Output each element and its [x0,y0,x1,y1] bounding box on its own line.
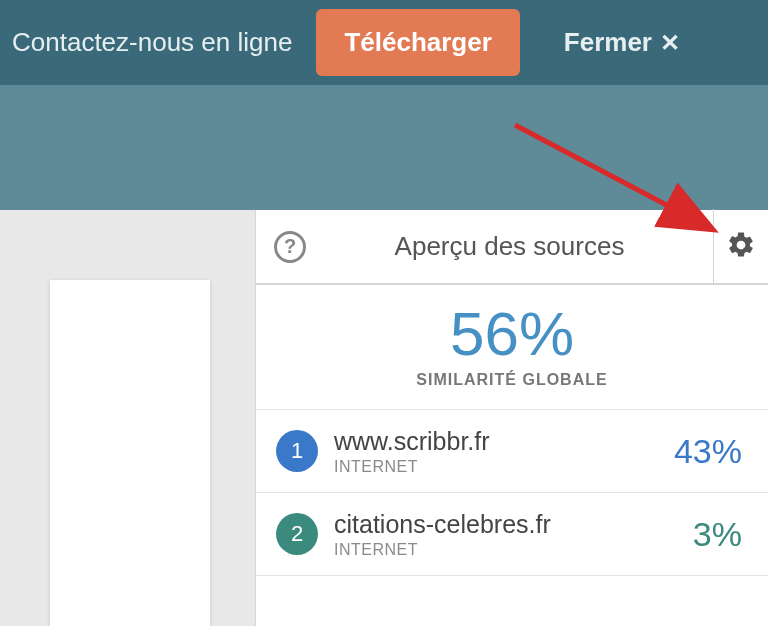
source-domain: citations-celebres.fr [334,509,677,539]
overall-similarity: 56% SIMILARITÉ GLOBALE [256,285,768,410]
similarity-percentage: 56% [256,303,768,365]
sources-title: Aperçu des sources [306,231,713,262]
settings-button[interactable] [713,209,768,284]
contact-link[interactable]: Contactez-nous en ligne [12,27,292,58]
download-button[interactable]: Télécharger [316,9,519,76]
source-type: INTERNET [334,541,677,559]
help-icon[interactable]: ? [274,231,306,263]
source-row[interactable]: 2citations-celebres.frINTERNET3% [256,493,768,576]
source-row[interactable]: 1www.scribbr.frINTERNET43% [256,410,768,493]
document-preview[interactable] [50,280,210,626]
sources-header: ? Aperçu des sources [256,210,768,285]
close-icon: ✕ [660,29,680,57]
sources-panel: ? Aperçu des sources 56% SIMILARITÉ GLOB… [255,210,768,626]
close-label: Fermer [564,27,652,58]
source-type: INTERNET [334,458,658,476]
source-domain: www.scribbr.fr [334,426,658,456]
source-info: citations-celebres.frINTERNET [334,509,677,559]
gear-icon [726,230,756,264]
source-rank-badge: 1 [276,430,318,472]
top-toolbar: Contactez-nous en ligne Télécharger Ferm… [0,0,768,85]
content-area: ? Aperçu des sources 56% SIMILARITÉ GLOB… [0,210,768,626]
similarity-label: SIMILARITÉ GLOBALE [256,371,768,389]
close-button[interactable]: Fermer ✕ [564,27,680,58]
source-rank-badge: 2 [276,513,318,555]
source-percentage: 3% [693,515,742,554]
source-percentage: 43% [674,432,742,471]
sources-list: 1www.scribbr.frINTERNET43%2citations-cel… [256,410,768,576]
source-info: www.scribbr.frINTERNET [334,426,658,476]
secondary-bar [0,85,768,210]
